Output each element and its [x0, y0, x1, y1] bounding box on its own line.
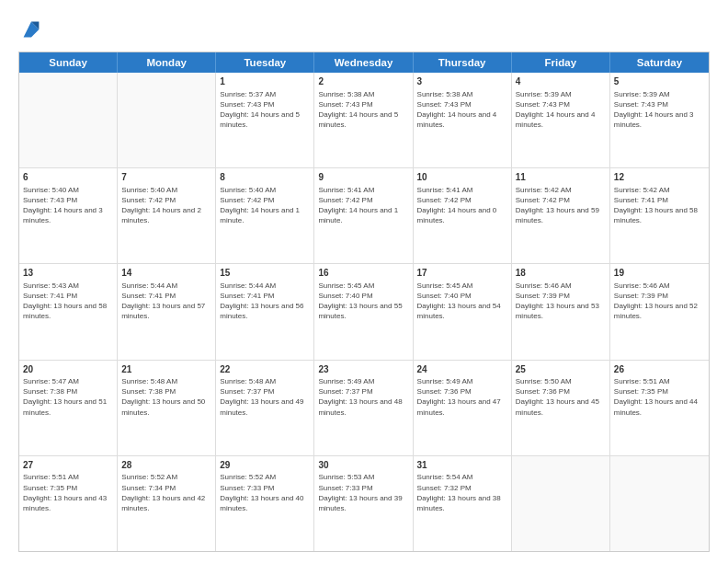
cell-detail: Sunrise: 5:39 AM Sunset: 7:43 PM Dayligh…	[516, 89, 606, 131]
calendar-cell: 3Sunrise: 5:38 AM Sunset: 7:43 PM Daylig…	[414, 73, 512, 167]
cell-detail: Sunrise: 5:46 AM Sunset: 7:39 PM Dayligh…	[614, 281, 705, 322]
calendar-row-4: 27Sunrise: 5:51 AM Sunset: 7:35 PM Dayli…	[19, 456, 709, 551]
day-number: 4	[516, 75, 606, 88]
cell-detail: Sunrise: 5:41 AM Sunset: 7:42 PM Dayligh…	[417, 185, 507, 226]
cell-detail: Sunrise: 5:43 AM Sunset: 7:41 PM Dayligh…	[23, 281, 113, 322]
calendar-cell	[512, 456, 610, 551]
calendar-cell: 14Sunrise: 5:44 AM Sunset: 7:41 PM Dayli…	[118, 264, 216, 359]
calendar-row-0: 1Sunrise: 5:37 AM Sunset: 7:43 PM Daylig…	[19, 73, 709, 168]
day-number: 14	[121, 267, 211, 280]
day-number: 19	[614, 267, 705, 280]
calendar-header: SundayMondayTuesdayWednesdayThursdayFrid…	[19, 52, 709, 73]
cell-detail: Sunrise: 5:52 AM Sunset: 7:33 PM Dayligh…	[220, 472, 310, 513]
day-number: 12	[614, 171, 705, 184]
calendar-cell: 26Sunrise: 5:51 AM Sunset: 7:35 PM Dayli…	[610, 361, 709, 455]
day-number: 11	[516, 171, 606, 184]
cell-detail: Sunrise: 5:52 AM Sunset: 7:34 PM Dayligh…	[121, 472, 211, 513]
calendar-cell: 27Sunrise: 5:51 AM Sunset: 7:35 PM Dayli…	[19, 456, 118, 551]
day-number: 8	[220, 171, 310, 184]
day-number: 1	[220, 75, 310, 88]
calendar-row-2: 13Sunrise: 5:43 AM Sunset: 7:41 PM Dayli…	[19, 264, 709, 360]
day-header-saturday: Saturday	[610, 52, 709, 73]
calendar-cell: 24Sunrise: 5:49 AM Sunset: 7:36 PM Dayli…	[414, 361, 512, 455]
cell-detail: Sunrise: 5:44 AM Sunset: 7:41 PM Dayligh…	[220, 281, 310, 322]
day-number: 13	[23, 267, 113, 280]
calendar-cell: 25Sunrise: 5:50 AM Sunset: 7:36 PM Dayli…	[512, 361, 610, 455]
calendar-cell: 31Sunrise: 5:54 AM Sunset: 7:32 PM Dayli…	[414, 456, 512, 551]
cell-detail: Sunrise: 5:48 AM Sunset: 7:38 PM Dayligh…	[121, 376, 211, 418]
calendar-cell: 7Sunrise: 5:40 AM Sunset: 7:42 PM Daylig…	[118, 168, 216, 263]
cell-detail: Sunrise: 5:41 AM Sunset: 7:42 PM Dayligh…	[318, 185, 408, 226]
calendar-cell: 11Sunrise: 5:42 AM Sunset: 7:42 PM Dayli…	[512, 168, 610, 263]
cell-detail: Sunrise: 5:50 AM Sunset: 7:36 PM Dayligh…	[516, 376, 606, 418]
day-number: 10	[417, 171, 507, 184]
cell-detail: Sunrise: 5:46 AM Sunset: 7:39 PM Dayligh…	[516, 281, 606, 322]
calendar-cell: 8Sunrise: 5:40 AM Sunset: 7:42 PM Daylig…	[216, 168, 314, 263]
cell-detail: Sunrise: 5:48 AM Sunset: 7:37 PM Dayligh…	[220, 376, 310, 418]
day-header-wednesday: Wednesday	[314, 52, 413, 73]
calendar-cell: 23Sunrise: 5:49 AM Sunset: 7:37 PM Dayli…	[314, 361, 413, 455]
day-number: 15	[220, 267, 310, 280]
day-number: 9	[318, 171, 408, 184]
calendar-cell	[19, 73, 118, 167]
calendar-body: 1Sunrise: 5:37 AM Sunset: 7:43 PM Daylig…	[19, 73, 709, 551]
day-header-monday: Monday	[118, 52, 216, 73]
calendar-cell	[118, 73, 216, 167]
day-number: 20	[23, 363, 113, 376]
calendar-cell: 15Sunrise: 5:44 AM Sunset: 7:41 PM Dayli…	[216, 264, 314, 359]
cell-detail: Sunrise: 5:45 AM Sunset: 7:40 PM Dayligh…	[417, 281, 507, 322]
calendar-cell: 5Sunrise: 5:39 AM Sunset: 7:43 PM Daylig…	[610, 73, 709, 167]
calendar-cell: 29Sunrise: 5:52 AM Sunset: 7:33 PM Dayli…	[216, 456, 314, 551]
page: SundayMondayTuesdayWednesdayThursdayFrid…	[0, 0, 728, 563]
day-number: 28	[121, 459, 211, 472]
cell-detail: Sunrise: 5:47 AM Sunset: 7:38 PM Dayligh…	[23, 376, 113, 418]
calendar-cell: 13Sunrise: 5:43 AM Sunset: 7:41 PM Dayli…	[19, 264, 118, 359]
day-number: 31	[417, 459, 507, 472]
calendar-cell: 19Sunrise: 5:46 AM Sunset: 7:39 PM Dayli…	[610, 264, 709, 359]
day-header-sunday: Sunday	[19, 52, 118, 73]
day-number: 27	[23, 459, 113, 472]
cell-detail: Sunrise: 5:51 AM Sunset: 7:35 PM Dayligh…	[23, 472, 113, 513]
calendar-cell: 20Sunrise: 5:47 AM Sunset: 7:38 PM Dayli…	[19, 361, 118, 455]
cell-detail: Sunrise: 5:49 AM Sunset: 7:36 PM Dayligh…	[417, 376, 507, 418]
calendar-cell: 2Sunrise: 5:38 AM Sunset: 7:43 PM Daylig…	[314, 73, 413, 167]
calendar-cell: 9Sunrise: 5:41 AM Sunset: 7:42 PM Daylig…	[314, 168, 413, 263]
calendar-cell: 21Sunrise: 5:48 AM Sunset: 7:38 PM Dayli…	[118, 361, 216, 455]
day-number: 2	[318, 75, 408, 88]
day-number: 5	[614, 75, 705, 88]
calendar-row-1: 6Sunrise: 5:40 AM Sunset: 7:43 PM Daylig…	[19, 168, 709, 264]
day-header-friday: Friday	[512, 52, 610, 73]
day-number: 22	[220, 363, 310, 376]
calendar-cell: 28Sunrise: 5:52 AM Sunset: 7:34 PM Dayli…	[118, 456, 216, 551]
logo	[18, 17, 48, 42]
cell-detail: Sunrise: 5:42 AM Sunset: 7:41 PM Dayligh…	[614, 185, 705, 226]
day-number: 17	[417, 267, 507, 280]
cell-detail: Sunrise: 5:37 AM Sunset: 7:43 PM Dayligh…	[220, 89, 310, 131]
header	[18, 17, 710, 42]
day-number: 18	[516, 267, 606, 280]
day-number: 29	[220, 459, 310, 472]
day-number: 24	[417, 363, 507, 376]
cell-detail: Sunrise: 5:51 AM Sunset: 7:35 PM Dayligh…	[614, 376, 705, 418]
calendar-cell: 18Sunrise: 5:46 AM Sunset: 7:39 PM Dayli…	[512, 264, 610, 359]
calendar: SundayMondayTuesdayWednesdayThursdayFrid…	[18, 52, 710, 552]
calendar-cell	[610, 456, 709, 551]
cell-detail: Sunrise: 5:40 AM Sunset: 7:43 PM Dayligh…	[23, 185, 113, 226]
cell-detail: Sunrise: 5:45 AM Sunset: 7:40 PM Dayligh…	[318, 281, 408, 322]
calendar-cell: 16Sunrise: 5:45 AM Sunset: 7:40 PM Dayli…	[314, 264, 413, 359]
calendar-cell: 17Sunrise: 5:45 AM Sunset: 7:40 PM Dayli…	[414, 264, 512, 359]
calendar-cell: 4Sunrise: 5:39 AM Sunset: 7:43 PM Daylig…	[512, 73, 610, 167]
calendar-cell: 30Sunrise: 5:53 AM Sunset: 7:33 PM Dayli…	[314, 456, 413, 551]
cell-detail: Sunrise: 5:40 AM Sunset: 7:42 PM Dayligh…	[121, 185, 211, 226]
day-number: 7	[121, 171, 211, 184]
cell-detail: Sunrise: 5:44 AM Sunset: 7:41 PM Dayligh…	[121, 281, 211, 322]
day-number: 25	[516, 363, 606, 376]
calendar-cell: 1Sunrise: 5:37 AM Sunset: 7:43 PM Daylig…	[216, 73, 314, 167]
day-number: 23	[318, 363, 408, 376]
day-header-thursday: Thursday	[414, 52, 512, 73]
day-header-tuesday: Tuesday	[216, 52, 314, 73]
day-number: 21	[121, 363, 211, 376]
cell-detail: Sunrise: 5:40 AM Sunset: 7:42 PM Dayligh…	[220, 185, 310, 226]
day-number: 3	[417, 75, 507, 88]
logo-icon	[18, 17, 44, 42]
